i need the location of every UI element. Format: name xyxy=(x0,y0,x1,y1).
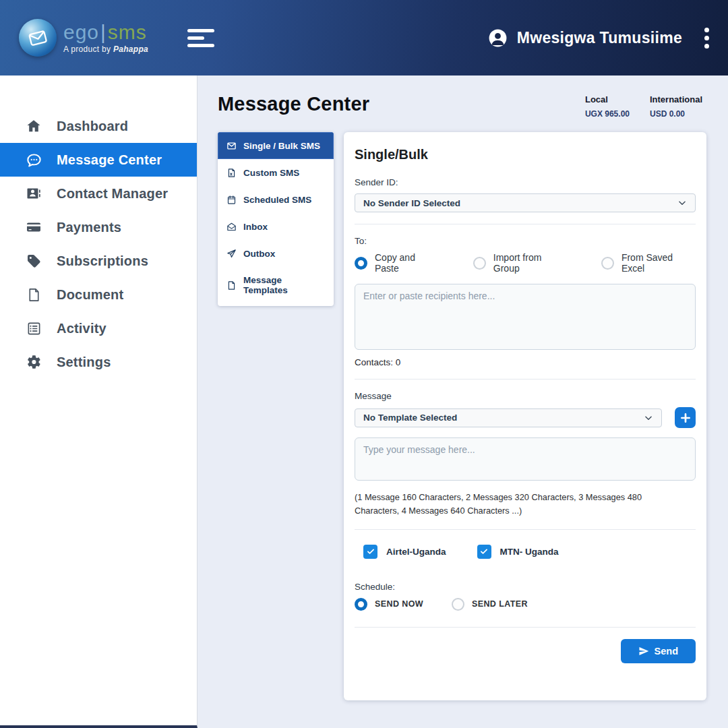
sidebar: Dashboard Message Center Contact Manager… xyxy=(0,75,198,728)
subnav-item-scheduled-sms[interactable]: Scheduled SMS xyxy=(218,186,334,213)
sidebar-item-subscriptions[interactable]: Subscriptions xyxy=(0,244,197,278)
balances: Local UGX 965.00 International USD 0.00 xyxy=(585,94,702,119)
file-icon xyxy=(226,280,237,291)
user-avatar-icon xyxy=(487,28,508,49)
file-icon xyxy=(25,286,42,303)
subnav-item-message-templates[interactable]: Message Templates xyxy=(218,267,334,303)
subnav-item-single-bulk-sms[interactable]: Single / Bulk SMS xyxy=(218,132,334,159)
top-header: ego|sms A product by Pahappa Mwesigwa T xyxy=(0,0,728,75)
user-name[interactable]: Mwesigwa Tumusiime xyxy=(517,29,682,47)
send-button[interactable]: Send xyxy=(621,639,696,663)
radio-copy-and-paste[interactable]: Copy and Paste xyxy=(355,252,439,274)
add-template-button[interactable] xyxy=(675,407,696,428)
chevron-down-icon xyxy=(644,413,653,423)
home-icon xyxy=(25,117,42,135)
sidebar-item-activity[interactable]: Activity xyxy=(0,311,197,345)
subnav-item-custom-sms[interactable]: Custom SMS xyxy=(218,159,334,186)
title-row: Message Center Local UGX 965.00 Internat… xyxy=(218,93,706,119)
main-content: Message Center Local UGX 965.00 Internat… xyxy=(198,75,728,728)
contacts-count: Contacts: 0 xyxy=(355,357,696,367)
subnav-item-label: Single / Bulk SMS xyxy=(243,141,320,151)
recipients-textarea[interactable] xyxy=(355,284,696,350)
template-row: No Template Selected xyxy=(355,407,696,428)
checkbox-mtn-uganda[interactable]: MTN- Uganda xyxy=(477,545,559,559)
send-row: Send xyxy=(355,639,696,663)
envelope-icon xyxy=(26,26,50,50)
single-bulk-form-card: Single/Bulk Sender ID: No Sender ID Sele… xyxy=(344,132,706,700)
radio-label: SEND NOW xyxy=(375,599,423,609)
balance-international-label: International xyxy=(650,94,702,104)
credit-card-icon xyxy=(25,218,42,236)
kebab-menu-icon[interactable] xyxy=(704,28,709,49)
brand-name: ego|sms xyxy=(63,22,148,42)
radio-label: Import from Group xyxy=(493,252,568,274)
gear-icon xyxy=(25,353,42,371)
paper-plane-icon xyxy=(226,248,237,259)
tagline-prefix: A product by xyxy=(63,44,111,54)
checkbox-checked-icon xyxy=(477,545,491,559)
tag-icon xyxy=(25,252,42,270)
balance-international: International USD 0.00 xyxy=(650,94,702,119)
sidebar-item-payments[interactable]: Payments xyxy=(0,210,197,244)
calendar-icon xyxy=(226,194,237,205)
sidebar-item-message-center[interactable]: Message Center xyxy=(0,143,197,177)
sidebar-item-document[interactable]: Document xyxy=(0,278,197,311)
sidebar-item-label: Subscriptions xyxy=(57,253,148,269)
user-area: Mwesigwa Tumusiime xyxy=(487,28,709,49)
sidebar-item-label: Document xyxy=(57,287,123,303)
radio-import-from-group[interactable]: Import from Group xyxy=(473,252,568,274)
brand-logo: ego|sms A product by Pahappa xyxy=(19,19,148,57)
message-label: Message xyxy=(355,391,696,401)
message-textarea[interactable] xyxy=(355,437,696,481)
sidebar-item-label: Payments xyxy=(57,220,121,235)
balance-local-value: UGX 965.00 xyxy=(585,109,630,119)
schedule-label: Schedule: xyxy=(355,582,696,592)
sidebar-item-label: Settings xyxy=(57,355,111,370)
radio-label: Copy and Paste xyxy=(375,252,439,274)
sidebar-item-contact-manager[interactable]: Contact Manager xyxy=(0,177,197,210)
sender-id-value: No Sender ID Selected xyxy=(363,198,460,208)
subnav-item-outbox[interactable]: Outbox xyxy=(218,240,334,267)
network-checkboxes: Airtel-Uganda MTN- Uganda xyxy=(355,545,696,559)
divider xyxy=(355,627,696,628)
divider xyxy=(355,379,696,380)
balance-local: Local UGX 965.00 xyxy=(585,94,630,119)
template-select[interactable]: No Template Selected xyxy=(355,408,662,427)
activity-list-icon xyxy=(25,320,42,337)
sender-id-label: Sender ID: xyxy=(355,177,696,187)
checkbox-checked-icon xyxy=(363,545,377,559)
app-root: ego|sms A product by Pahappa Mwesigwa T xyxy=(0,0,728,728)
template-value: No Template Selected xyxy=(363,413,457,423)
checkbox-label: Airtel-Uganda xyxy=(386,547,446,557)
tagline-brand: Pahappa xyxy=(113,44,148,54)
character-info: (1 Message 160 Characters, 2 Messages 32… xyxy=(355,491,686,518)
radio-send-later[interactable]: SEND LATER xyxy=(452,598,528,611)
sidebar-item-settings[interactable]: Settings xyxy=(0,345,197,379)
to-label: To: xyxy=(355,236,696,246)
sidebar-item-dashboard[interactable]: Dashboard xyxy=(0,109,197,143)
balance-international-value: USD 0.00 xyxy=(650,109,702,119)
brand-name-primary: ego xyxy=(63,21,99,43)
checkbox-label: MTN- Uganda xyxy=(500,547,559,557)
balance-local-label: Local xyxy=(585,94,630,104)
radio-dot xyxy=(473,257,486,270)
divider xyxy=(355,529,696,530)
sidebar-item-label: Dashboard xyxy=(57,119,128,134)
hamburger-menu-icon[interactable] xyxy=(187,29,214,47)
brand-tagline: A product by Pahappa xyxy=(63,44,148,54)
page-title: Message Center xyxy=(218,93,369,115)
subnav-item-label: Inbox xyxy=(243,222,268,232)
schedule-radios: SEND NOW SEND LATER xyxy=(355,598,696,611)
contact-card-icon xyxy=(25,185,42,202)
form-heading: Single/Bulk xyxy=(355,147,696,162)
envelope-icon xyxy=(226,140,237,151)
radio-send-now[interactable]: SEND NOW xyxy=(355,598,423,611)
sender-id-select[interactable]: No Sender ID Selected xyxy=(355,193,696,212)
chevron-down-icon xyxy=(677,198,687,208)
page-body: Dashboard Message Center Contact Manager… xyxy=(0,75,728,728)
radio-label: From Saved Excel xyxy=(621,252,696,274)
subnav-item-inbox[interactable]: Inbox xyxy=(218,213,334,240)
checkbox-airtel-uganda[interactable]: Airtel-Uganda xyxy=(363,545,446,559)
radio-from-saved-excel[interactable]: From Saved Excel xyxy=(601,252,696,274)
radio-dot xyxy=(452,598,464,611)
